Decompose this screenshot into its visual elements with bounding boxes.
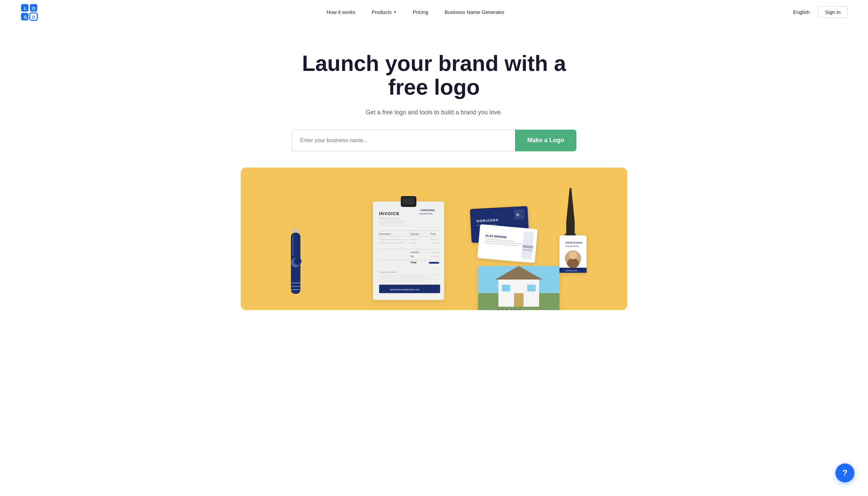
nav-how-it-works-label: How it works [326, 9, 355, 15]
hero-scene-svg: INVOICE HORIZONS INTERNATIONAL Descripti… [241, 168, 627, 310]
svg-rect-11 [292, 235, 294, 256]
svg-text:Subtotal: Subtotal [410, 251, 419, 253]
nav-products[interactable]: Products [372, 9, 396, 15]
svg-rect-33 [410, 239, 417, 240]
svg-text:Tax: Tax [410, 255, 414, 258]
navbar: L O G O How it works Products Pricing Bu… [0, 0, 868, 25]
svg-text:G: G [24, 15, 27, 20]
svg-text:HORIZONS: HORIZONS [420, 208, 435, 212]
svg-point-71 [567, 259, 579, 268]
business-name-input[interactable] [292, 129, 515, 151]
svg-text:L: L [24, 6, 27, 11]
hero-subtitle: Get a free logo and tools to build a bra… [366, 109, 502, 116]
search-row: Make a Logo [292, 129, 576, 151]
svg-rect-36 [410, 242, 417, 244]
nav-links: How it works Products Pricing Business N… [326, 9, 504, 15]
nav-how-it-works[interactable]: How it works [326, 9, 355, 15]
svg-rect-81 [502, 285, 510, 291]
svg-rect-50 [379, 281, 427, 282]
svg-text:H: H [516, 212, 519, 216]
svg-rect-23 [379, 218, 399, 219]
svg-text:Terms & Conditions: Terms & Conditions [379, 271, 397, 273]
svg-rect-80 [514, 293, 524, 307]
hero-title: Launch your brand with a free logo [302, 51, 566, 99]
make-logo-label: Make a Logo [527, 137, 564, 143]
svg-rect-24 [379, 220, 406, 221]
svg-point-13 [294, 258, 302, 265]
svg-text:INTERNATIONAL: INTERNATIONAL [565, 245, 579, 247]
svg-rect-45 [429, 262, 439, 264]
svg-rect-47 [379, 275, 440, 276]
svg-rect-9 [293, 229, 298, 233]
language-label: English [793, 9, 810, 15]
svg-rect-56 [514, 209, 525, 220]
svg-rect-40 [431, 252, 439, 253]
svg-rect-25 [379, 222, 403, 223]
svg-point-72 [569, 251, 577, 259]
svg-text:O: O [32, 6, 35, 11]
nav-pricing[interactable]: Pricing [413, 9, 428, 15]
svg-rect-35 [379, 242, 404, 244]
svg-rect-27 [379, 230, 440, 231]
svg-rect-37 [431, 242, 439, 244]
svg-text:INVOICE: INVOICE [379, 211, 399, 216]
svg-text:MODERN: MODERN [497, 309, 522, 310]
make-logo-button[interactable]: Make a Logo [515, 129, 576, 151]
hero-image: INVOICE HORIZONS INTERNATIONAL Descripti… [241, 168, 627, 310]
svg-rect-43 [379, 260, 440, 260]
nav-pricing-label: Pricing [413, 9, 428, 15]
svg-rect-32 [379, 239, 406, 240]
svg-rect-26 [379, 224, 409, 226]
svg-rect-42 [431, 256, 439, 257]
sign-in-label: Sign in [825, 9, 840, 15]
hero-title-line1: Launch your brand with a [302, 51, 566, 76]
hero-title-line2: free logo [388, 75, 480, 99]
nav-products-label: Products [372, 9, 391, 15]
nav-right: English Sign in [793, 6, 848, 18]
svg-text:HORIZONS: HORIZONS [565, 270, 578, 272]
svg-rect-34 [431, 239, 439, 240]
svg-rect-31 [379, 236, 440, 236]
svg-rect-66 [564, 234, 576, 235]
svg-rect-82 [527, 285, 536, 291]
language-selector[interactable]: English [793, 9, 810, 15]
svg-text:HORIZONS: HORIZONS [565, 241, 582, 244]
svg-rect-19 [403, 198, 414, 204]
svg-text:Price: Price [431, 233, 436, 235]
svg-text:Total: Total [410, 261, 417, 264]
logo[interactable]: L O G O [20, 3, 38, 21]
svg-rect-48 [379, 277, 430, 278]
hero-scene: INVOICE HORIZONS INTERNATIONAL Descripti… [241, 168, 627, 310]
svg-text:Description: Description [379, 233, 391, 235]
sign-in-button[interactable]: Sign in [818, 6, 848, 18]
nav-business-name-generator[interactable]: Business Name Generator [445, 9, 504, 15]
svg-rect-38 [379, 249, 440, 249]
svg-text:www.horizonsbrand.com: www.horizonsbrand.com [390, 288, 419, 291]
svg-text:INTERNATIONAL: INTERNATIONAL [419, 213, 433, 215]
hero-section: Launch your brand with a free logo Get a… [0, 25, 868, 324]
svg-rect-49 [379, 279, 437, 280]
svg-text:O: O [32, 15, 35, 20]
svg-text:Quantity: Quantity [410, 233, 419, 235]
nav-business-name-generator-label: Business Name Generator [445, 9, 504, 15]
logo-icon: L O G O [20, 3, 38, 21]
products-chevron-icon [393, 12, 396, 13]
